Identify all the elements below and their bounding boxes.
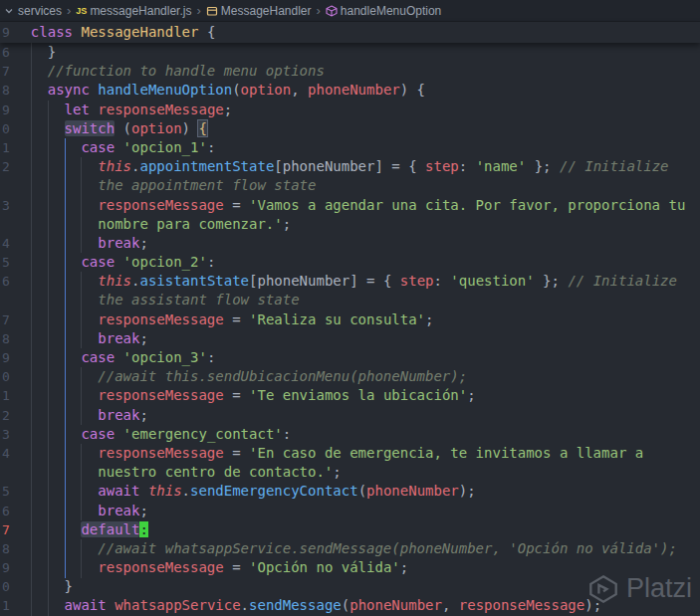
code-token [115,254,122,270]
line-number[interactable] [0,176,14,195]
line-number[interactable] [0,215,14,234]
code-token: await [65,597,107,613]
breadcrumb-item-services[interactable]: services [18,4,62,18]
code-line[interactable]: nuestro centro de contacto.'; [0,463,700,482]
line-number[interactable]: 0 [0,119,14,138]
line-number[interactable]: 3 [0,425,14,444]
code-line[interactable]: 7 responseMessage = 'Realiza su consulta… [0,310,700,329]
code-line[interactable]: 7 //function to handle menu options [0,62,700,81]
line-number[interactable]: 1 [0,386,14,405]
code-token: ; [425,311,433,327]
line-number[interactable]: 9 [0,101,14,119]
code-token: phoneNumber [257,273,350,289]
code-line[interactable]: 8 //await whatsappService.sendMessage(ph… [0,539,700,558]
code-token: handleMenuOption [98,82,232,98]
code-token [14,177,98,193]
line-number[interactable]: 3 [0,196,14,215]
breadcrumb-item-handlemenuoption[interactable]: handleMenuOption [341,4,441,18]
line-number[interactable]: 5 [0,482,14,501]
code-text: //await whatsappService.sendMessage(phon… [14,539,677,558]
code-token [14,273,98,289]
line-number[interactable]: 7 [0,310,14,329]
code-line[interactable]: 1 responseMessage = 'Te enviamos la ubic… [0,386,700,405]
code-line[interactable]: 4 responseMessage = 'En caso de emergenc… [0,444,700,463]
code-token: 'Vamos a agendar una cita. Por favor, pr… [249,197,685,213]
breadcrumb-item-messagehandler[interactable]: MessageHandler [221,4,312,18]
sticky-scroll-header[interactable]: 9 class MessageHandler { [0,22,700,43]
code-token: asistantState [139,273,249,289]
code-text: case 'emergency_contact': [14,425,291,444]
code-text: //function to handle menu options [14,62,325,81]
code-line[interactable]: the assistant flow state [0,291,700,309]
code-line[interactable]: 8 break; [0,329,700,348]
code-token: 'Realiza su consulta' [249,311,425,327]
line-number[interactable]: 7 [0,62,14,81]
code-token: ; [333,464,341,480]
code-token: = [224,197,249,213]
code-line[interactable]: 7 default: [0,520,700,539]
line-number[interactable]: 0 [0,367,14,386]
code-token: whatsappService [115,597,240,613]
code-line[interactable]: 1 case 'opcion_1': [0,138,700,157]
line-number[interactable]: 7 [0,520,14,539]
code-token: : [283,426,291,442]
line-number[interactable]: 2 [0,406,14,425]
code-token: case [81,139,115,155]
code-line[interactable]: 5 case 'opcion_2': [0,253,700,272]
code-token [14,349,81,365]
code-line[interactable]: 9 case 'opcion_3': [0,348,700,367]
code-text: break; [14,502,148,520]
code-token: ; [283,216,291,232]
line-number[interactable]: 2 [0,157,14,176]
line-number[interactable]: 4 [0,234,14,253]
code-token [115,139,122,155]
code-line[interactable]: 2 this.appointmentState[phoneNumber] = {… [0,157,700,176]
line-number[interactable]: 6 [0,43,14,62]
code-token: 'En caso de emergencia, te invitamos a l… [249,445,643,461]
line-number[interactable] [0,291,14,309]
line-number[interactable]: 0 [0,577,14,596]
code-token: ] [374,158,382,174]
line-number[interactable]: 9 [0,348,14,367]
breadcrumb-item-messagehandler-js[interactable]: messageHandler.js [90,4,191,18]
code-line[interactable]: 0 switch (option) { [0,119,700,138]
line-number[interactable]: 1 [0,596,14,615]
code-token: 'name' [476,158,527,174]
code-editor[interactable]: services›JSmessageHandler.js›MessageHand… [0,0,700,616]
code-line[interactable]: nombre para comenzar.'; [0,215,700,234]
line-number[interactable]: 6 [0,502,14,520]
code-text: this.appointmentState[phoneNumber] = { s… [14,157,669,176]
line-number[interactable]: 6 [0,272,14,291]
line-number[interactable]: 5 [0,253,14,272]
editor-content[interactable]: 6 }7 //function to handle menu options8 … [0,43,700,616]
code-token: case [81,254,115,270]
code-token: : [207,349,215,365]
code-line[interactable]: 2 break; [0,406,700,425]
code-line[interactable]: 6 this.asistantState[phoneNumber] = { st… [0,272,700,291]
code-token: = [224,387,249,403]
code-token: = { [358,273,400,289]
code-line[interactable]: 0 //await this.sendUbicacionMenu(phoneNu… [0,367,700,386]
code-line[interactable]: 9 class MessageHandler { [0,22,700,43]
code-token [14,426,81,442]
line-number[interactable]: 4 [0,444,14,463]
code-token: [ [274,158,282,174]
line-number[interactable]: 1 [0,138,14,157]
line-number[interactable]: 9 [0,22,14,43]
code-token [115,426,122,442]
code-line[interactable]: 9 let responseMessage; [0,101,700,119]
line-number[interactable]: 8 [0,539,14,558]
code-line[interactable]: 6 } [0,43,700,62]
line-number[interactable]: 9 [0,558,14,577]
code-line[interactable]: 8 async handleMenuOption(option, phoneNu… [0,81,700,100]
code-line[interactable]: the appointment flow state [0,176,700,195]
line-number[interactable] [0,463,14,482]
code-line[interactable]: 3 responseMessage = 'Vamos a agendar una… [0,196,700,215]
code-line[interactable]: 4 break; [0,234,700,253]
code-line[interactable]: 3 case 'emergency_contact': [0,425,700,444]
code-line[interactable]: 6 break; [0,502,700,520]
code-line[interactable]: 5 await this.sendEmergencyContact(phoneN… [0,482,700,501]
line-number[interactable]: 8 [0,81,14,100]
code-token: responseMessage [98,311,223,327]
line-number[interactable]: 8 [0,329,14,348]
